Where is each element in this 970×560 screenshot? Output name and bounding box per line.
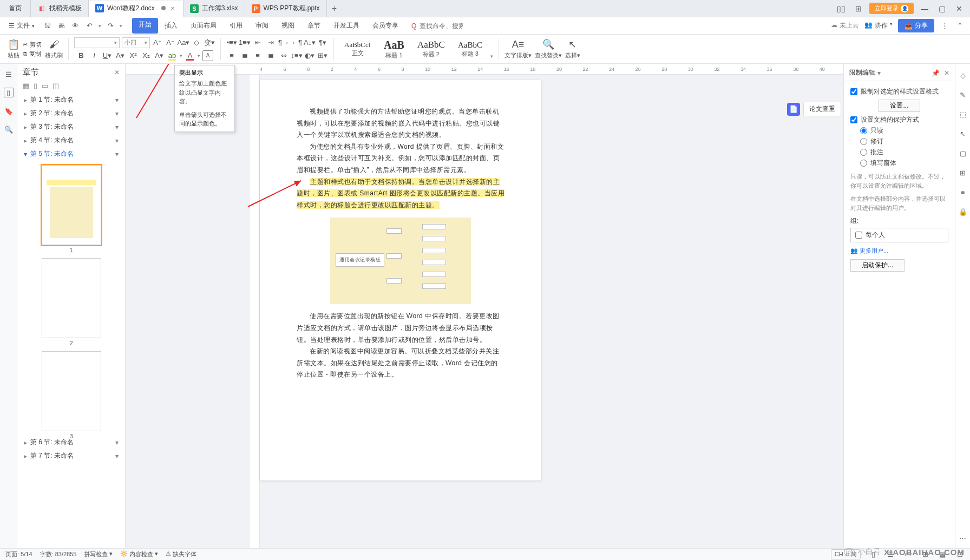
rail-cursor-icon[interactable]: ↖ <box>958 129 968 139</box>
more-users-link[interactable]: 👥 更多用户... <box>850 247 948 255</box>
everyone-checkbox[interactable]: 每个人 <box>850 228 948 242</box>
content-check[interactable]: 🔆内容检查▾ <box>120 550 158 558</box>
text-effects-icon[interactable]: A▾ <box>154 50 165 61</box>
missing-fonts[interactable]: ⚠缺失字体 <box>166 550 196 558</box>
select-button[interactable]: ↖选择▾ <box>565 38 580 60</box>
menu-tab-review[interactable]: 审阅 <box>249 18 275 34</box>
chapter-item[interactable]: ▸第 2 节: 未命名▾ <box>21 107 122 120</box>
style-h2[interactable]: AaBbC标题 2 <box>412 38 450 60</box>
menu-tab-insert[interactable]: 插入 <box>158 18 184 34</box>
tab-home[interactable]: 首页 <box>0 0 31 17</box>
menu-tab-start[interactable]: 开始 <box>132 18 158 34</box>
align-center-icon[interactable]: ≣ <box>239 50 250 61</box>
tab-xlsx[interactable]: S工作簿3.xlsx <box>183 0 245 17</box>
toc-icon[interactable]: ☰ <box>4 69 14 79</box>
coop-button[interactable]: 👥协作▾ <box>864 21 893 30</box>
spell-check[interactable]: 拼写检查▾ <box>84 550 113 558</box>
chapter-item[interactable]: ▸第 3 节: 未命名▾ <box>21 120 122 134</box>
subscript-icon[interactable]: X₂ <box>141 50 152 61</box>
close-icon[interactable]: ✕ <box>169 4 176 12</box>
paste-button[interactable]: 📋粘贴 <box>8 38 19 60</box>
ltr-icon[interactable]: ¶→ <box>278 37 289 48</box>
nav-close-icon[interactable]: ✕ <box>114 69 120 76</box>
radio-comment[interactable]: 批注 <box>860 148 948 157</box>
menu-tab-chapter[interactable]: 章节 <box>301 18 327 34</box>
rail-pencil-icon[interactable]: ✎ <box>958 90 968 100</box>
maximize-icon[interactable]: ▢ <box>935 2 948 15</box>
horizontal-ruler[interactable]: 468246810121416182022242628303234363840 <box>126 64 955 75</box>
rtl-icon[interactable]: ←¶ <box>291 37 302 48</box>
find-replace-button[interactable]: 🔍查找替换▾ <box>535 38 562 60</box>
chapter-item[interactable]: ▸第 7 节: 未命名▾ <box>21 449 122 463</box>
pin-icon[interactable]: 📌 <box>932 69 940 77</box>
rail-square-icon[interactable]: ▢ <box>958 148 968 158</box>
tab-templates[interactable]: ◧找稻壳模板 <box>31 0 89 17</box>
text-layout-button[interactable]: A≡文字排版▾ <box>504 39 532 60</box>
distribute-icon[interactable]: ⇔ <box>278 50 289 61</box>
restrict-style-checkbox[interactable]: 限制对选定的样式设置格式 <box>850 87 948 96</box>
tab-pptx[interactable]: PWPS PPT教程.pptx <box>245 0 327 17</box>
settings-button[interactable]: 设置... <box>879 100 920 112</box>
clear-format-icon[interactable]: ◇ <box>191 37 202 48</box>
font-color-icon[interactable]: A <box>185 50 195 61</box>
file-menu[interactable]: ☰文件▾ <box>5 21 38 30</box>
close-window-icon[interactable]: ✕ <box>953 2 966 15</box>
phonetic-icon[interactable]: 变▾ <box>204 37 215 48</box>
bullets-icon[interactable]: •≡▾ <box>226 37 237 48</box>
numbering-icon[interactable]: 1≡▾ <box>239 37 250 48</box>
justify-icon[interactable]: ≣ <box>265 50 276 61</box>
chapter-item-active[interactable]: ▾第 5 节: 未命名▾ <box>21 147 122 161</box>
page-thumb-3[interactable]: 3 <box>42 351 101 431</box>
word-count[interactable]: 字数: 83/2855 <box>40 550 77 558</box>
format-painter-button[interactable]: 🖌格式刷 <box>45 39 63 60</box>
font-name-select[interactable]: ▾ <box>74 37 120 48</box>
change-case-icon[interactable]: Aa▾ <box>178 37 189 48</box>
page-thumb-1[interactable]: 1 <box>42 165 101 245</box>
rail-diamond-icon[interactable]: ◇ <box>958 70 968 80</box>
apps-grid-icon[interactable]: ⊞ <box>852 2 865 15</box>
paper-check-badge[interactable]: 📄 论文查重 <box>787 102 841 116</box>
radio-track[interactable]: 修订 <box>860 137 948 146</box>
nav-tool-1[interactable]: ▦ <box>23 82 29 90</box>
chapter-item[interactable]: ▸第 1 节: 未命名▾ <box>21 93 122 107</box>
styles-more-icon[interactable]: ▾ <box>490 54 493 59</box>
menu-tab-view[interactable]: 视图 <box>275 18 301 34</box>
start-protect-button[interactable]: 启动保护... <box>850 259 905 272</box>
search-rail-icon[interactable]: 🔍 <box>4 124 14 134</box>
share-button[interactable]: 📤分享 <box>898 19 934 32</box>
save-icon[interactable]: 🖫 <box>42 21 52 31</box>
nav-tool-2[interactable]: ▯ <box>34 82 37 90</box>
document-page[interactable]: 视频提供了功能强大的方法帮助您证明您的观点。当您单击联机视频时，可以在想要添加的… <box>260 80 541 480</box>
menu-tab-ref[interactable]: 引用 <box>223 18 249 34</box>
radio-readonly[interactable]: 只读 <box>860 126 948 135</box>
rail-grid-icon[interactable]: ⊞ <box>958 168 968 177</box>
align-right-icon[interactable]: ≡ <box>252 50 263 61</box>
italic-icon[interactable]: I <box>89 50 100 61</box>
shading-icon[interactable]: ◐▾ <box>304 50 315 61</box>
layout-icon[interactable]: ▯▯ <box>835 2 848 15</box>
sort-icon[interactable]: A↓▾ <box>304 37 315 48</box>
thumbnails-icon[interactable]: ▯ <box>4 88 14 97</box>
login-button[interactable]: 立即登录👤 <box>869 3 914 14</box>
print-preview-icon[interactable]: 👁 <box>70 21 80 31</box>
redo-icon[interactable]: ↷ <box>106 21 115 31</box>
style-h1[interactable]: AaB标题 1 <box>379 37 409 61</box>
borders-icon[interactable]: ⊞▾ <box>317 50 328 61</box>
protect-mode-checkbox[interactable]: 设置文档的保护方式 <box>850 115 948 124</box>
close-panel-icon[interactable]: ✕ <box>944 69 949 77</box>
cloud-status[interactable]: ☁未上云 <box>831 21 859 30</box>
dec-indent-icon[interactable]: ⇤ <box>252 37 263 48</box>
menu-tab-dev[interactable]: 开发工具 <box>327 18 366 34</box>
inc-indent-icon[interactable]: ⇥ <box>265 37 276 48</box>
page-thumb-2[interactable]: 2 <box>42 258 101 338</box>
underline-icon[interactable]: U▾ <box>102 50 113 61</box>
cut-button[interactable]: ✂剪切 <box>23 41 42 49</box>
align-left-icon[interactable]: ≡ <box>226 50 237 61</box>
chapter-item[interactable]: ▸第 4 节: 未命名▾ <box>21 134 122 147</box>
copy-button[interactable]: ⧉复制 <box>23 50 42 58</box>
line-spacing-icon[interactable]: ↕≡▾ <box>291 50 302 61</box>
radio-form[interactable]: 填写窗体 <box>860 159 948 168</box>
print-icon[interactable]: 🖶 <box>56 21 66 31</box>
rpanel-dropdown-icon[interactable]: ▾ <box>877 69 881 77</box>
tab-add-button[interactable]: + <box>327 4 342 14</box>
